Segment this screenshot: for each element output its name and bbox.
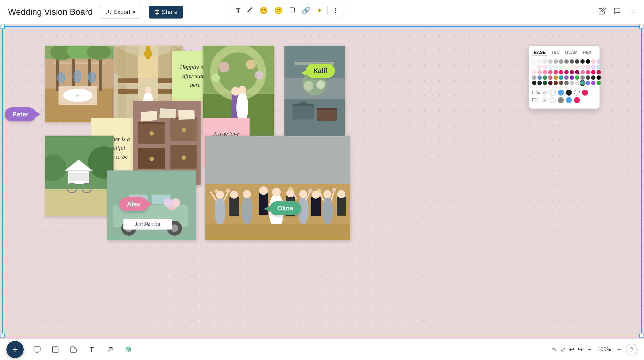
swatch[interactable] <box>548 59 552 64</box>
swatch[interactable] <box>543 59 547 64</box>
share-button[interactable]: Share <box>149 6 183 19</box>
swatch[interactable] <box>548 70 552 74</box>
swatch[interactable] <box>554 70 558 74</box>
swatch[interactable] <box>597 59 601 64</box>
swatch[interactable] <box>580 75 585 80</box>
swatch[interactable] <box>554 65 558 69</box>
settings-icon[interactable] <box>628 7 636 17</box>
pages-tool[interactable] <box>30 343 44 357</box>
swatch[interactable] <box>570 81 574 85</box>
swatch[interactable] <box>597 70 601 74</box>
fill-blue[interactable] <box>566 97 572 103</box>
tab-tec[interactable]: TEC <box>549 50 561 56</box>
swatch[interactable] <box>570 75 574 80</box>
corner-handle-tl[interactable] <box>1 25 5 29</box>
swatch[interactable] <box>586 65 590 69</box>
swatch[interactable] <box>575 59 579 64</box>
swatch[interactable] <box>559 81 563 85</box>
fill-pink[interactable] <box>574 97 580 103</box>
swatch[interactable] <box>554 59 558 64</box>
fill-white[interactable] <box>550 97 556 103</box>
corner-handle-bl[interactable] <box>1 334 5 338</box>
swatch[interactable] <box>548 81 552 85</box>
export-button[interactable]: Export ▾ <box>100 6 141 19</box>
swatch[interactable] <box>537 81 542 85</box>
emoji-tool-icon[interactable]: 😊 <box>257 4 270 17</box>
swatch[interactable] <box>543 75 547 80</box>
swatch[interactable] <box>548 65 552 69</box>
swatch[interactable] <box>543 65 547 69</box>
swatch[interactable] <box>564 75 569 80</box>
photo-vintage-suitcase[interactable] <box>284 46 345 141</box>
pen-tool-icon[interactable] <box>244 4 255 17</box>
photo-bridal-party[interactable] <box>205 136 350 240</box>
swatch[interactable] <box>580 70 585 74</box>
swatch[interactable] <box>597 65 601 69</box>
swatch[interactable] <box>554 75 558 80</box>
redo-icon[interactable]: ↪ <box>577 346 583 353</box>
swatch[interactable] <box>597 75 601 80</box>
sparkle-tool-icon[interactable]: ✦ <box>314 4 325 17</box>
swatch[interactable] <box>586 70 590 74</box>
cursor-mode-icon[interactable]: ↖ <box>552 346 557 353</box>
sticker-tool-icon[interactable]: 🙂 <box>272 4 286 17</box>
alex-bubble[interactable]: Alex <box>119 197 148 211</box>
swatch[interactable] <box>580 65 585 69</box>
sticky-tool[interactable] <box>67 343 80 357</box>
corner-handle-tr[interactable] <box>639 25 643 29</box>
fab-add-button[interactable]: + ✦ <box>6 341 24 358</box>
undo-icon[interactable]: ↩ <box>569 346 574 353</box>
comment-icon[interactable] <box>613 7 621 17</box>
swatch[interactable] <box>537 70 542 74</box>
swatch[interactable] <box>591 70 595 74</box>
swatch[interactable] <box>532 59 536 64</box>
olina-bubble[interactable]: Olina <box>270 201 301 215</box>
line-blue[interactable] <box>558 90 564 96</box>
swatch[interactable] <box>543 70 547 74</box>
swatch[interactable] <box>591 59 595 64</box>
swatch[interactable] <box>559 75 563 80</box>
swatch[interactable] <box>559 59 563 64</box>
swatch[interactable] <box>575 70 579 74</box>
swatch[interactable] <box>575 81 579 85</box>
photo-table-setting[interactable]: 🍽 <box>45 46 114 122</box>
swatch[interactable] <box>564 70 569 74</box>
swatch[interactable] <box>532 81 536 85</box>
swatch[interactable] <box>580 59 585 64</box>
peter-bubble[interactable]: Peter <box>5 107 36 121</box>
swatch[interactable] <box>559 70 563 74</box>
frame-tool[interactable] <box>48 343 62 357</box>
swatch[interactable] <box>532 70 536 74</box>
edit-icon[interactable] <box>598 7 606 17</box>
swatch[interactable] <box>570 70 574 74</box>
more-tool-icon[interactable]: ⋮ <box>330 5 342 16</box>
swatch[interactable] <box>575 75 579 80</box>
line-dashed[interactable] <box>574 90 580 96</box>
swatch[interactable] <box>575 65 579 69</box>
swatch[interactable] <box>564 59 569 64</box>
swatch[interactable] <box>570 59 574 64</box>
swatch[interactable] <box>559 65 563 69</box>
photo-icecream-bike[interactable] <box>45 136 114 216</box>
line-black[interactable] <box>566 90 572 96</box>
swatch[interactable] <box>532 75 536 80</box>
fill-none[interactable]: ⊘ <box>542 97 548 103</box>
help-button[interactable]: ? <box>626 344 638 355</box>
kalif-bubble[interactable]: Kalif <box>306 64 335 78</box>
line-pink-selected[interactable] <box>582 90 588 96</box>
swatch[interactable] <box>570 65 574 69</box>
swatch[interactable] <box>591 81 595 85</box>
line-white[interactable] <box>550 90 556 96</box>
swatch[interactable] <box>537 65 542 69</box>
swatch[interactable] <box>586 75 590 80</box>
frame-tool-icon[interactable] <box>287 4 298 17</box>
fill-gray[interactable] <box>558 97 564 103</box>
tab-base[interactable]: BASE <box>532 50 547 56</box>
swatch[interactable] <box>591 75 595 80</box>
swatch[interactable] <box>586 81 590 85</box>
tab-glam[interactable]: GLAM <box>563 50 579 56</box>
corner-handle-br[interactable] <box>639 334 643 338</box>
move-mode-icon[interactable]: ⤢ <box>560 346 566 353</box>
swatch[interactable] <box>586 59 590 64</box>
swatch[interactable] <box>548 75 552 80</box>
